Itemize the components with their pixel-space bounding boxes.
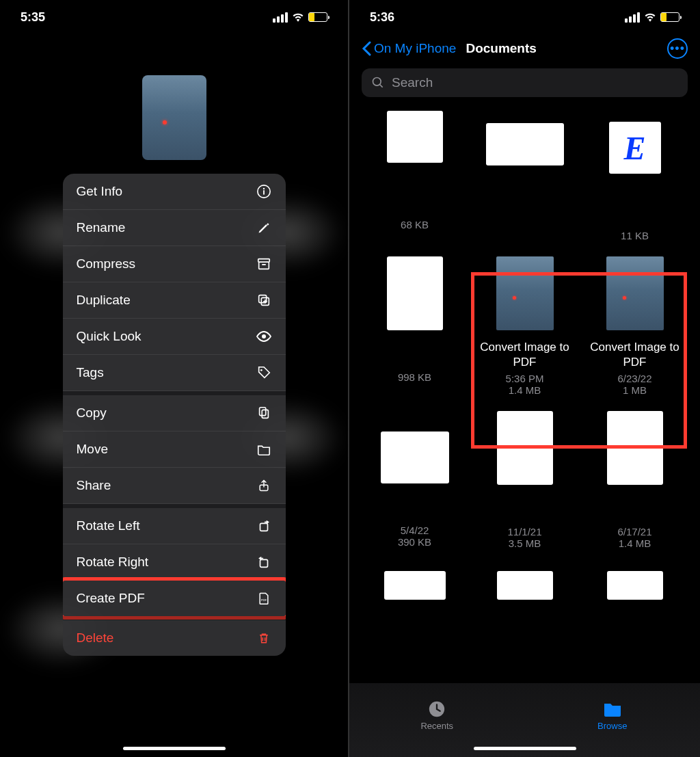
menu-label: Rotate Left bbox=[77, 518, 140, 533]
svg-rect-14 bbox=[260, 559, 267, 567]
menu-copy[interactable]: Copy bbox=[63, 391, 286, 431]
create-pdf-highlight: Create PDF PDF bbox=[63, 577, 286, 620]
wifi-icon bbox=[292, 12, 304, 22]
cellular-icon bbox=[273, 12, 288, 23]
menu-share[interactable]: Share bbox=[63, 468, 286, 504]
back-label: On My iPhone bbox=[374, 41, 456, 56]
menu-delete[interactable]: Delete bbox=[63, 616, 286, 656]
folder-icon bbox=[256, 441, 272, 457]
tab-browse[interactable]: Browse bbox=[525, 683, 701, 757]
file-size: 68 KB bbox=[401, 219, 429, 230]
file-date: 6/23/22 bbox=[617, 373, 651, 384]
tab-recents[interactable]: Recents bbox=[349, 683, 525, 757]
menu-rotate-right[interactable]: Rotate Right bbox=[63, 544, 286, 581]
file-item[interactable]: Convert Image to PDF 6/23/22 1 MB bbox=[582, 252, 688, 400]
menu-label: Get Info bbox=[77, 184, 123, 199]
menu-label: Move bbox=[77, 442, 108, 457]
menu-label: Rotate Right bbox=[77, 555, 149, 570]
duplicate-icon bbox=[256, 292, 272, 308]
tab-label: Browse bbox=[597, 721, 627, 731]
file-size: 1 MB bbox=[623, 384, 647, 396]
menu-quick-look[interactable]: Quick Look bbox=[63, 319, 286, 355]
info-icon bbox=[256, 183, 272, 200]
wifi-icon bbox=[644, 12, 656, 22]
battery-icon bbox=[308, 12, 327, 22]
file-item[interactable] bbox=[472, 560, 578, 604]
menu-compress[interactable]: Compress bbox=[63, 246, 286, 282]
svg-rect-10 bbox=[259, 408, 265, 416]
menu-tags[interactable]: Tags bbox=[63, 355, 286, 391]
ellipsis-icon: ••• bbox=[670, 42, 685, 56]
page-title: Documents bbox=[466, 41, 536, 56]
file-name: Convert Image to PDF bbox=[473, 340, 576, 370]
menu-duplicate[interactable]: Duplicate bbox=[63, 282, 286, 319]
file-thumbnail bbox=[496, 256, 554, 330]
file-size: 390 KB bbox=[398, 536, 431, 548]
rotate-left-icon bbox=[256, 518, 272, 534]
selected-file-thumbnail bbox=[142, 75, 206, 160]
more-button[interactable]: ••• bbox=[667, 38, 688, 59]
file-thumbnail bbox=[381, 431, 449, 483]
status-time: 5:35 bbox=[21, 10, 45, 25]
file-thumbnail bbox=[486, 123, 564, 165]
file-item[interactable] bbox=[582, 560, 688, 604]
chevron-left-icon bbox=[362, 41, 371, 56]
file-size: 3.5 MB bbox=[509, 537, 541, 549]
menu-label: Delete bbox=[77, 630, 114, 646]
file-size: 11 KB bbox=[621, 230, 649, 241]
file-thumbnail bbox=[497, 411, 553, 485]
file-thumbnail bbox=[384, 571, 446, 600]
archive-icon bbox=[256, 256, 272, 272]
svg-rect-4 bbox=[258, 262, 269, 269]
svg-point-9 bbox=[260, 369, 262, 371]
tag-icon bbox=[256, 364, 272, 381]
svg-rect-5 bbox=[262, 264, 266, 265]
search-placeholder: Search bbox=[392, 75, 433, 90]
file-size: 998 KB bbox=[398, 371, 431, 383]
file-thumbnail bbox=[387, 111, 443, 163]
svg-point-1 bbox=[262, 188, 264, 189]
file-item[interactable]: Convert Image to PDF 5:36 PM 1.4 MB bbox=[472, 252, 578, 400]
menu-label: Compress bbox=[77, 256, 136, 271]
home-indicator[interactable] bbox=[474, 747, 576, 750]
menu-label: Duplicate bbox=[77, 293, 131, 308]
file-item[interactable]: 68 KB bbox=[362, 107, 468, 245]
menu-rename[interactable]: Rename bbox=[63, 210, 286, 246]
files-grid: 68 KB E 11 KB 998 KB Convert Image to PD… bbox=[349, 107, 700, 604]
pencil-icon bbox=[256, 220, 272, 236]
menu-get-info[interactable]: Get Info bbox=[63, 174, 286, 210]
file-item[interactable]: 998 KB bbox=[362, 252, 468, 400]
tab-bar: Recents Browse bbox=[349, 683, 700, 757]
phone-right: 5:36 On My iPhone Documents ••• Search 6… bbox=[349, 0, 700, 757]
file-name: Convert Image to PDF bbox=[583, 340, 686, 370]
file-item[interactable] bbox=[472, 107, 578, 245]
menu-create-pdf[interactable]: Create PDF PDF bbox=[63, 581, 286, 616]
file-size: 1.4 MB bbox=[509, 384, 541, 396]
svg-rect-13 bbox=[260, 523, 267, 531]
search-icon bbox=[371, 76, 385, 90]
file-item[interactable] bbox=[362, 560, 468, 604]
search-field[interactable]: Search bbox=[362, 68, 688, 97]
home-indicator[interactable] bbox=[123, 747, 226, 750]
file-item[interactable]: 5/4/22 390 KB bbox=[362, 407, 468, 553]
file-item[interactable]: E 11 KB bbox=[582, 107, 688, 245]
file-thumbnail: E bbox=[609, 122, 661, 174]
status-time: 5:36 bbox=[370, 10, 394, 25]
back-button[interactable]: On My iPhone bbox=[362, 41, 456, 56]
pdf-icon: PDF bbox=[256, 590, 272, 607]
rotate-right-icon bbox=[256, 554, 272, 570]
file-thumbnail bbox=[607, 411, 663, 485]
status-indicators bbox=[625, 12, 679, 23]
menu-rotate-left[interactable]: Rotate Left bbox=[63, 504, 286, 544]
cellular-icon bbox=[625, 12, 640, 23]
copy-icon bbox=[256, 405, 272, 421]
file-item[interactable]: 11/1/21 3.5 MB bbox=[472, 407, 578, 553]
file-thumbnail bbox=[607, 571, 663, 600]
folder-icon bbox=[603, 700, 622, 718]
menu-label: Tags bbox=[77, 365, 104, 380]
tab-label: Recents bbox=[420, 721, 453, 731]
svg-rect-11 bbox=[262, 410, 268, 418]
eye-icon bbox=[256, 328, 272, 345]
file-item[interactable]: 6/17/21 1.4 MB bbox=[582, 407, 688, 553]
menu-move[interactable]: Move bbox=[63, 431, 286, 468]
